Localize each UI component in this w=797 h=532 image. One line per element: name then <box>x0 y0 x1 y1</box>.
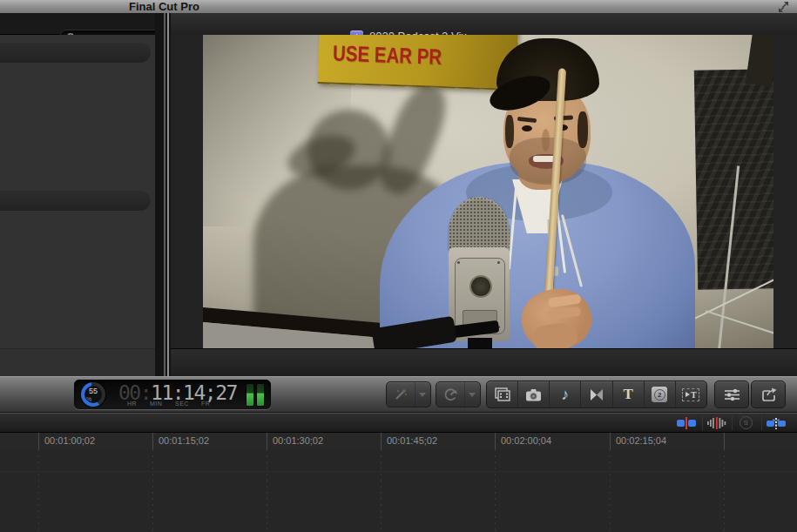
viewer-title-bar: ★ 8020 Podcast 2 Vix 33% <box>171 13 797 36</box>
solo-icon: S <box>740 416 753 429</box>
themes-icon: T <box>682 388 699 401</box>
generators-number: 2 <box>658 391 661 399</box>
mic-screw <box>497 261 500 264</box>
filmstrip-icon <box>495 387 510 401</box>
ruler-timecode: 00:02:00;04 <box>501 435 551 446</box>
sign-text: USE EAR PR <box>332 41 442 70</box>
snapping-icon <box>766 417 787 429</box>
event-browser[interactable] <box>0 35 155 348</box>
photos-browser-button[interactable] <box>517 381 549 407</box>
mic-port-hole <box>469 275 492 298</box>
fcp-window: Final Cut Pro All ★ 8020 P <box>0 0 797 532</box>
ruler-tick <box>381 433 382 449</box>
window-expand-icon[interactable] <box>778 2 789 12</box>
unit-label-hr: HR <box>127 401 137 407</box>
sideburn-left <box>505 115 514 148</box>
ruler-timecode: 00:01:00;02 <box>44 435 95 446</box>
percent-symbol: % <box>86 396 91 402</box>
retime-dial-icon <box>443 387 458 402</box>
mic-mount <box>468 338 492 348</box>
sideburn-right <box>577 111 588 148</box>
transitions-browser-button[interactable] <box>580 381 611 407</box>
filmstrip-row[interactable] <box>0 190 151 211</box>
viewer-control-bar <box>171 348 797 377</box>
panel-divider-line <box>164 13 165 376</box>
share-icon <box>760 387 777 402</box>
timeline-gridline <box>267 449 267 532</box>
timecode-value: 11:14;27 <box>151 381 237 404</box>
timeline-gridline <box>495 449 496 532</box>
vintage-microphone <box>449 197 510 341</box>
browser-search-bar <box>0 13 171 35</box>
mic-grille <box>449 197 510 254</box>
timeline-track-area[interactable] <box>0 449 797 532</box>
panel-divider-line <box>167 13 169 376</box>
generators-browser-button[interactable]: 2 <box>644 381 675 407</box>
unit-label-min: MIN <box>150 401 162 407</box>
ruler-timecode: 00:02:15;04 <box>616 435 666 446</box>
menu-bar: Final Cut Pro <box>0 0 797 14</box>
ruler-timecode: 00:01:15;02 <box>159 435 209 446</box>
retime-dropdown[interactable] <box>464 382 479 407</box>
unit-label-sec: SEC <box>175 401 189 407</box>
transitions-icon <box>589 388 605 401</box>
skimming-icon <box>676 417 697 429</box>
ruler-tick <box>610 433 611 449</box>
enhancements-group <box>386 381 431 407</box>
share-button[interactable] <box>751 380 786 408</box>
audio-meter-left[interactable] <box>247 384 253 406</box>
media-browser-group: ♪ T 2 T <box>486 380 707 408</box>
generators-countdown-icon: 2 <box>652 387 667 402</box>
ruler-timecode: 00:01:30;02 <box>273 435 323 446</box>
timeline-gridline <box>610 449 611 532</box>
nose <box>542 129 550 152</box>
timeline-gridline <box>152 449 153 532</box>
titles-browser-button[interactable]: T <box>612 381 644 407</box>
ruler-tick <box>724 433 725 449</box>
ruler-tick <box>38 433 39 449</box>
video-browser-button[interactable] <box>487 381 517 407</box>
timeline-gridline <box>724 449 725 532</box>
ruler-tick <box>152 433 153 449</box>
enhancements-dropdown[interactable] <box>415 382 429 407</box>
titles-t-glyph: T <box>623 386 632 403</box>
play-triangle-glyph <box>686 392 690 397</box>
snapping-toggle[interactable] <box>761 415 789 430</box>
unit-label-fr: FR <box>201 401 210 407</box>
enhancements-button[interactable] <box>387 382 415 407</box>
magic-wand-icon <box>394 387 408 401</box>
sliders-icon <box>724 388 740 401</box>
filmstrip-row[interactable] <box>0 42 151 63</box>
background-tasks-gauge[interactable]: 55 % <box>81 382 105 407</box>
camera-icon <box>525 388 542 401</box>
themes-t-glyph: T <box>691 390 697 400</box>
inspector-button[interactable] <box>714 380 749 408</box>
ear-protection-sign: USE EAR PR <box>318 35 519 91</box>
acoustic-foam-panel <box>694 69 773 290</box>
solo-toggle[interactable]: S <box>732 415 760 430</box>
video-frame[interactable]: USE EAR PR <box>203 35 773 348</box>
retime-button[interactable] <box>436 382 464 407</box>
timeline-track-divider <box>0 471 797 472</box>
themes-browser-button[interactable]: T <box>675 381 706 407</box>
music-browser-button[interactable]: ♪ <box>549 381 580 407</box>
ruler-tick <box>495 433 496 449</box>
ruler-tick <box>267 433 267 449</box>
ruler-timecode: 00:01:45;02 <box>387 435 437 446</box>
eye-left <box>522 125 532 131</box>
audio-skimming-icon <box>706 417 727 429</box>
timeline-gridline <box>381 449 382 532</box>
background-tasks-percent: 55 <box>81 387 105 395</box>
solo-s-glyph: S <box>744 419 748 427</box>
music-note-icon: ♪ <box>561 386 569 404</box>
timeline-gridline <box>38 449 39 532</box>
audio-meter-right[interactable] <box>257 384 264 406</box>
audio-skimming-toggle[interactable] <box>702 415 730 430</box>
app-title[interactable]: Final Cut Pro <box>129 0 199 13</box>
chevron-down-icon <box>419 393 426 397</box>
mic-screw <box>457 261 460 264</box>
skimming-toggle[interactable] <box>672 415 699 430</box>
chevron-down-icon <box>469 393 476 397</box>
browser-footer: All <box>0 348 155 377</box>
retime-group <box>436 381 481 407</box>
